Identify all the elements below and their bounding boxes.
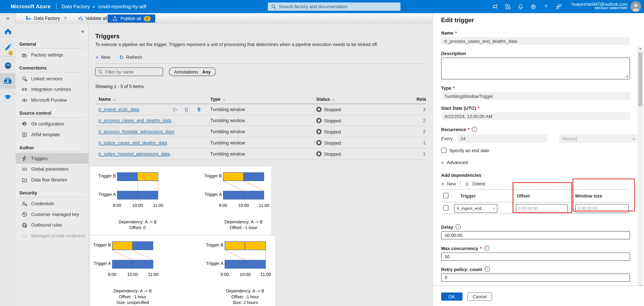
cancel-button[interactable]: Cancel bbox=[468, 292, 492, 301]
breadcrumb-app[interactable]: Data Factory bbox=[62, 4, 90, 10]
dependency-row-checkbox[interactable] bbox=[443, 205, 448, 211]
trigger-name-link[interactable]: tr_process_cases_and_deaths_data bbox=[98, 118, 172, 123]
sidebar-item-microsoft-purview[interactable]: Microsoft Purview bbox=[16, 95, 88, 105]
related-count-link[interactable]: 2 bbox=[412, 118, 426, 123]
trigger-type-cell: Tumbling window bbox=[210, 129, 245, 134]
breadcrumb-item[interactable]: covid-reporting-hy-adf bbox=[98, 4, 146, 10]
sidebar-item-arm-template[interactable]: ARM template bbox=[16, 129, 88, 140]
collapse-sidebar-icon[interactable]: « bbox=[81, 28, 84, 34]
advanced-expander[interactable]: ∨ Advanced bbox=[441, 160, 630, 165]
azure-top-bar: Microsoft Azure Data Factory ▸ covid-rep… bbox=[0, 0, 644, 13]
sidebar-item-label: Factory settings bbox=[31, 52, 63, 57]
filter-by-name-input[interactable]: Filter by name bbox=[95, 68, 163, 76]
settings-gear-icon[interactable] bbox=[530, 3, 536, 10]
sidebar-item-integration-runtimes[interactable]: Integration runtimes bbox=[16, 84, 88, 95]
start-date-field[interactable]: 9/22/2024, 12:00:00 AM bbox=[441, 112, 630, 120]
column-header-type[interactable]: Type↑↓ bbox=[210, 97, 225, 102]
code-braces-icon[interactable]: {} bbox=[185, 107, 188, 112]
info-icon[interactable]: i bbox=[484, 246, 490, 251]
validate-all-button[interactable]: Validate all bbox=[77, 15, 107, 21]
trigger-name-link[interactable]: tr_sqlize_cases_and_deaths_data bbox=[98, 140, 167, 145]
trigger-name-link[interactable]: tr_ingest_ecdc_data bbox=[98, 107, 139, 112]
related-count-link[interactable]: 1 bbox=[412, 140, 426, 145]
max-concurrency-input[interactable]: 50 bbox=[441, 253, 630, 261]
sidebar-item-triggers[interactable]: Triggers bbox=[16, 153, 88, 164]
sidebar-item-managed-private-endpoints[interactable]: Managed private endpoints bbox=[16, 230, 88, 241]
sidebar-item-label: Customer managed key bbox=[31, 212, 79, 217]
announcements-icon[interactable] bbox=[492, 3, 498, 10]
chevron-down-icon: ∨ bbox=[632, 137, 635, 140]
refresh-button[interactable]: ↻ Refresh bbox=[119, 54, 142, 60]
dependency-delete-button[interactable]: Delete bbox=[464, 181, 485, 187]
info-icon[interactable]: i bbox=[456, 224, 461, 230]
end-date-checkbox[interactable] bbox=[441, 148, 446, 153]
rail-author-button[interactable] bbox=[0, 40, 16, 55]
azure-brand[interactable]: Microsoft Azure bbox=[11, 4, 51, 10]
help-icon[interactable]: ? bbox=[542, 3, 549, 10]
global-search-input[interactable]: Search factory and documentation bbox=[268, 3, 400, 11]
column-header-status[interactable]: Status↑↓ bbox=[316, 97, 334, 102]
avatar[interactable] bbox=[630, 1, 641, 12]
rail-home-button[interactable] bbox=[0, 24, 16, 39]
scrollbar-thumb[interactable] bbox=[638, 53, 642, 106]
sidebar-item-outbound-rules[interactable]: Outbound rules bbox=[16, 220, 88, 230]
delay-label: Delayi bbox=[441, 224, 630, 230]
resize-grip-icon[interactable] bbox=[625, 74, 629, 78]
recurrence-unit-dropdown[interactable]: Hour(s) ∨ bbox=[559, 134, 638, 143]
trigger-name-link[interactable]: tr_process_hospital_admissions_data bbox=[98, 129, 174, 134]
delete-trigger-icon[interactable] bbox=[196, 107, 202, 112]
dependency-new-button[interactable]: + New bbox=[441, 181, 456, 187]
divider bbox=[19, 197, 84, 197]
column-header-rela[interactable]: Rela bbox=[416, 97, 426, 102]
time-axis-label: 11:00 bbox=[258, 272, 273, 277]
svg-text:fx: fx bbox=[23, 179, 25, 182]
sidebar-item-credentials[interactable]: Credentials bbox=[16, 198, 88, 209]
related-count-link[interactable]: 2 bbox=[412, 129, 426, 134]
column-header-name[interactable]: Name↑↓ bbox=[98, 97, 116, 102]
rail-monitor-button[interactable] bbox=[0, 58, 16, 73]
factory-selector[interactable]: Data Factory bbox=[26, 15, 60, 21]
sidebar-item-linked-services[interactable]: Linked services bbox=[16, 73, 88, 84]
info-icon[interactable]: i bbox=[484, 266, 490, 272]
recurrence-interval-input[interactable]: 24 bbox=[457, 134, 547, 143]
trigger-name-link[interactable]: tr_sqlize_hospital_admissions_data bbox=[98, 151, 170, 156]
diagram-caption-line: Offset: -1 hour bbox=[200, 225, 286, 230]
ok-button[interactable]: OK bbox=[441, 292, 462, 301]
name-field[interactable]: tr_process_cases_and_deaths_data bbox=[441, 37, 630, 45]
account-info[interactable]: huayezhan647@outlook.com DEFAULT DIRECTO… bbox=[572, 2, 628, 10]
new-trigger-button[interactable]: + New bbox=[95, 54, 110, 60]
time-axis-label: 11:00 bbox=[146, 272, 160, 277]
sidebar-item-customer-managed-key[interactable]: Customer managed key bbox=[16, 209, 88, 220]
panel-scrollbar[interactable]: ▲ ▼ bbox=[638, 46, 643, 288]
dependency-trigger-dropdown[interactable]: tr_ingest_ecd... ∨ bbox=[454, 204, 498, 213]
items-count-text: Showing 1 - 5 of 5 items bbox=[95, 84, 144, 89]
status-badge: Stopped bbox=[316, 129, 341, 134]
time-axis-label: 10:00 bbox=[238, 272, 252, 277]
retry-count-input[interactable]: 0 bbox=[441, 274, 630, 282]
scroll-up-icon[interactable]: ▲ bbox=[638, 47, 643, 50]
sidebar-item-global-parameters[interactable]: [@]Global parameters bbox=[16, 164, 88, 175]
delay-input[interactable]: 00:00:00 bbox=[441, 231, 630, 239]
status-text: Stopped bbox=[324, 151, 341, 156]
sidebar-item-git-configuration[interactable]: Git configuration bbox=[16, 118, 88, 129]
sidebar-item-label: Triggers bbox=[31, 156, 48, 161]
chevron-down-icon[interactable]: ∨ bbox=[64, 16, 67, 20]
notifications-bell-icon[interactable] bbox=[517, 3, 524, 10]
expand-rail-icon[interactable]: » bbox=[0, 15, 16, 21]
rail-learning-button[interactable] bbox=[0, 89, 16, 105]
publish-all-button[interactable]: Publish all 1 bbox=[108, 15, 155, 23]
start-trigger-icon[interactable]: ▷ bbox=[173, 106, 177, 112]
feedback-icon[interactable] bbox=[555, 3, 562, 10]
sidebar-item-factory-settings[interactable]: Factory settings bbox=[16, 49, 88, 60]
rail-manage-button[interactable] bbox=[0, 73, 16, 89]
select-all-checkbox[interactable] bbox=[443, 193, 448, 198]
git-icon bbox=[21, 121, 28, 127]
sidebar-item-data-flow-libraries[interactable]: fxData flow libraries bbox=[16, 174, 88, 185]
related-count-link[interactable]: 1 bbox=[412, 151, 426, 156]
directory-switch-icon[interactable] bbox=[504, 3, 511, 10]
stopped-icon bbox=[316, 151, 322, 157]
annotations-filter[interactable]: Annotations : Any bbox=[169, 68, 216, 76]
related-count-link[interactable]: 3 bbox=[412, 107, 426, 112]
info-icon[interactable]: i bbox=[472, 127, 477, 132]
description-textarea[interactable] bbox=[441, 58, 630, 79]
